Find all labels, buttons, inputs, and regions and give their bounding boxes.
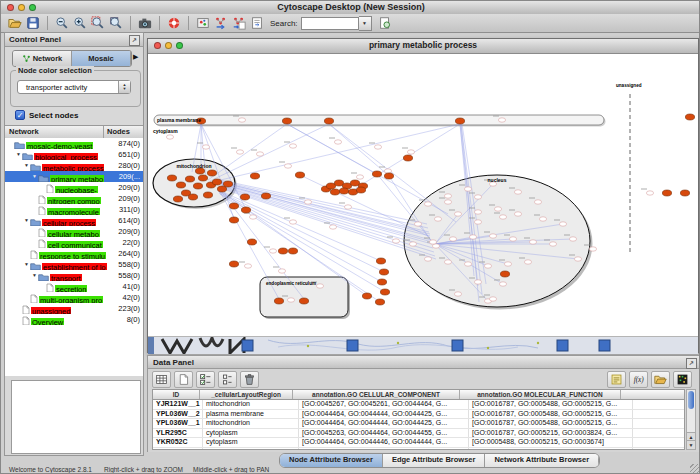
tab-overflow-arrow[interactable]: ▶: [133, 53, 138, 61]
tree-header[interactable]: Network Nodes: [5, 125, 143, 139]
table-cell[interactable]: YLR295C: [153, 429, 203, 438]
table-cell[interactable]: mitochondrion: [203, 400, 299, 409]
table-cell[interactable]: [GO:0016787, GO:0005215, GO:0003824, G..…: [469, 429, 633, 438]
search-input[interactable]: [301, 17, 359, 30]
tree-row-secretion[interactable]: secretion41(0): [5, 281, 143, 292]
float-panel-icon[interactable]: ↗: [129, 35, 140, 46]
help-icon[interactable]: [166, 15, 182, 31]
tab-mosaic[interactable]: Mosaic: [72, 51, 131, 66]
table-cell[interactable]: plasma membrane: [203, 410, 299, 419]
table-cell[interactable]: cytoplasm: [203, 438, 299, 447]
column-header[interactable]: annotation.GO MOLECULAR_FUNCTION: [460, 390, 621, 399]
table-cell[interactable]: mitochondrion: [203, 419, 299, 428]
zoom-in-icon[interactable]: [72, 15, 88, 31]
zoom-selected-region-icon[interactable]: [90, 15, 106, 31]
table-cell[interactable]: [GO:0016787, GO:0005488, GO:0005215, G..…: [469, 410, 633, 419]
import-attributes-icon[interactable]: [651, 371, 670, 388]
expand-triangle-icon[interactable]: ▼: [31, 171, 38, 182]
table-cell[interactable]: [GO:0016787, GO:0005488, GO:0005215, G..…: [469, 400, 633, 409]
expand-triangle-icon[interactable]: ▼: [23, 215, 30, 226]
table-scrollbar[interactable]: ▲ ▼: [686, 389, 696, 450]
table-cell[interactable]: YKR052C: [153, 438, 203, 447]
float-data-panel-icon[interactable]: ↗: [686, 358, 697, 369]
table-cell[interactable]: [GO:0044464, GO:0044444, GO:0044425, G..…: [299, 410, 469, 419]
tree-row-overview[interactable]: Overview8(0): [5, 314, 143, 325]
tree-row-multi-organism-pro[interactable]: multi-organism pro42(0): [5, 292, 143, 303]
new-attribute-icon[interactable]: [174, 371, 193, 388]
table-cell[interactable]: [GO:0005488, GO:0005215, GO:0003674]: [469, 438, 633, 447]
table-cell[interactable]: [GO:0016787, GO:0005488, GO:0005215, G..…: [469, 448, 633, 450]
tree-row-nitrogen-compo[interactable]: nitrogen compo209(0): [5, 193, 143, 204]
table-cell[interactable]: cytoplasm: [203, 429, 299, 438]
network-view-titlebar[interactable]: primary metabolic process: [148, 39, 698, 54]
table-cell[interactable]: YPL036W__2: [153, 410, 203, 419]
tree-row-cellular-process[interactable]: ▼cellular process614(0): [5, 215, 143, 226]
table-cell[interactable]: [GO:0045267, GO:0045261, GO:0044464, G..…: [299, 400, 469, 409]
expand-triangle-icon[interactable]: ▼: [15, 149, 22, 160]
table-cell[interactable]: [GO:0045263, GO:0044464, GO:0044455, G..…: [299, 429, 469, 438]
table-cell[interactable]: [GO:0016787, GO:0005488, GO:0005215, G..…: [469, 419, 633, 428]
zoom-out-icon[interactable]: [54, 15, 70, 31]
tree-header-nodes[interactable]: Nodes: [107, 126, 130, 137]
expand-triangle-icon[interactable]: ▼: [31, 270, 38, 281]
zoom-fit-icon[interactable]: [108, 15, 124, 31]
tree-row-response-to-stimulu[interactable]: response to stimulu264(0): [5, 248, 143, 259]
tab-network[interactable]: Network: [13, 51, 72, 66]
tree-row-metabolic-process[interactable]: ▼metabolic process280(0): [5, 160, 143, 171]
select-attributes-icon[interactable]: [196, 371, 215, 388]
formula-builder-icon[interactable]: f(x): [629, 371, 648, 388]
column-header[interactable]: ID: [153, 390, 200, 399]
save-session-icon[interactable]: [25, 15, 41, 31]
table-cell[interactable]: YPL036W__1: [153, 419, 203, 428]
attribute-table[interactable]: ID_cellularLayoutRegionannotation.GO CEL…: [152, 389, 685, 450]
search-dropdown-button[interactable]: ▼: [359, 16, 372, 31]
select-nodes-checkbox[interactable]: ✓: [15, 110, 25, 120]
export-image-icon[interactable]: [137, 15, 153, 31]
table-row[interactable]: YPL036W__2plasma membrane[GO:0044464, GO…: [153, 410, 684, 420]
tree-row-cell-communicat[interactable]: cell communicat22(0): [5, 237, 143, 248]
tree-row-primary-metabo[interactable]: ▼primary metabo209(...: [5, 171, 143, 182]
expand-triangle-icon[interactable]: ▼: [23, 259, 30, 270]
table-cell[interactable]: mitochondrion: [203, 448, 299, 450]
node-color-dropdown[interactable]: transporter activity ▲▼: [17, 80, 131, 94]
table-row[interactable]: YJR121W__1mitochondrion[GO:0045267, GO:0…: [153, 400, 684, 410]
table-row[interactable]: YKR052Ccytoplasm[GO:0044464, GO:0044446,…: [153, 438, 684, 448]
tree-row-establishment-of-lo[interactable]: ▼establishment of lo558(0): [5, 259, 143, 270]
network-graph[interactable]: plasma membranecytoplasmmitochondrionnuc…: [148, 54, 698, 336]
import-network-file-icon[interactable]: [231, 15, 247, 31]
table-row[interactable]: YPL036W__1mitochondrion[GO:0044464, GO:0…: [153, 419, 684, 429]
network-view-window[interactable]: primary metabolic process plasma membran…: [147, 38, 699, 353]
table-cell[interactable]: [GO:0044464, GO:0044444, GO:0044425, G..…: [299, 419, 469, 428]
birdseye-navigator[interactable]: [11, 380, 141, 454]
tree-header-network[interactable]: Network: [9, 126, 39, 137]
scrollbar-thumb[interactable]: [688, 391, 694, 409]
column-header[interactable]: annotation.GO CELLULAR_COMPONENT: [293, 390, 460, 399]
delete-attribute-icon[interactable]: [240, 371, 259, 388]
table-cell[interactable]: YDR039C__1: [153, 448, 203, 450]
tree-row-nucleobase-[interactable]: nucleobase-209(0): [5, 182, 143, 193]
annotation-icon[interactable]: [195, 15, 211, 31]
tree-row-biological-process[interactable]: ▼biological_process651(0): [5, 149, 143, 160]
column-header[interactable]: _cellularLayoutRegion: [200, 390, 293, 399]
search-go-icon[interactable]: [377, 15, 393, 31]
scroll-down-icon[interactable]: ▼: [687, 440, 695, 449]
expand-triangle-icon[interactable]: ▼: [23, 160, 30, 171]
unselect-attributes-icon[interactable]: [218, 371, 237, 388]
import-network-icon[interactable]: [213, 15, 229, 31]
table-cell[interactable]: YJR121W__1: [153, 400, 203, 409]
attribute-table-icon[interactable]: [152, 371, 171, 388]
table-cell[interactable]: [GO:0044464, GO:0044446, GO:0044444, G..…: [299, 438, 469, 447]
resize-grip[interactable]: [690, 464, 700, 474]
table-row[interactable]: YLR295Ccytoplasm[GO:0045263, GO:0044464,…: [153, 429, 684, 439]
open-session-icon[interactable]: [7, 15, 23, 31]
tree-row-unassigned[interactable]: unassigned223(0): [5, 303, 143, 314]
label-note-icon[interactable]: [607, 371, 626, 388]
table-cell[interactable]: [GO:0044464, GO:0044444, GO:0044425, G..…: [299, 448, 469, 450]
app-titlebar[interactable]: Cytoscape Desktop (New Session): [1, 1, 700, 15]
vizmapper-icon[interactable]: [249, 15, 265, 31]
tree-row-transport[interactable]: ▼transport558(0): [5, 270, 143, 281]
table-header-row[interactable]: ID_cellularLayoutRegionannotation.GO CEL…: [153, 390, 684, 400]
column-divider[interactable]: [103, 126, 104, 138]
tree-row-macromolecule[interactable]: macromolecule311(0): [5, 204, 143, 215]
network-canvas[interactable]: plasma membranecytoplasmmitochondrionnuc…: [148, 54, 698, 336]
